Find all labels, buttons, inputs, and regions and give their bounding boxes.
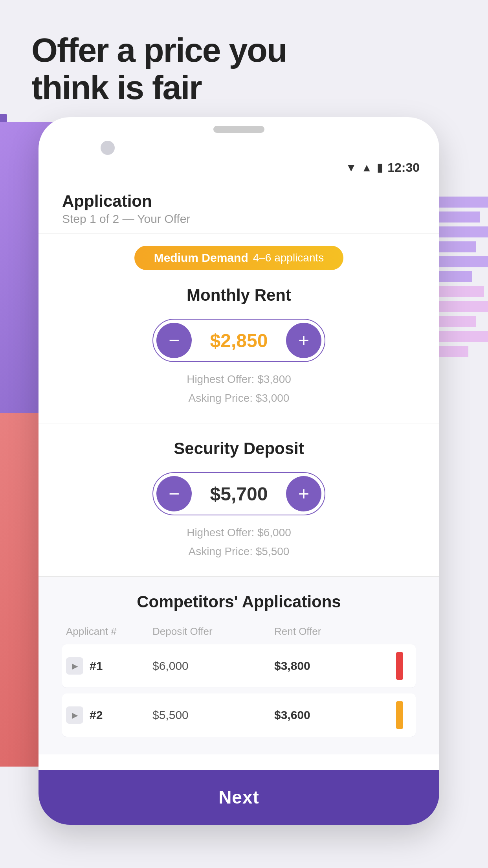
comp-applicant-1: ▶ #1: [66, 657, 152, 675]
security-deposit-title: Security Deposit: [62, 439, 416, 458]
battery-icon: ▮: [377, 161, 383, 174]
security-deposit-section: Security Deposit − $5,700 + Highest Offe…: [39, 423, 439, 577]
competitors-section: Competitors' Applications Applicant # De…: [39, 577, 439, 754]
competitors-title: Competitors' Applications: [62, 592, 416, 611]
comp-applicant-2: ▶ #2: [66, 706, 152, 724]
monthly-rent-section: Monthly Rent − $2,850 + Highest Offer: $…: [39, 270, 439, 423]
rent-info: Highest Offer: $3,800 Asking Price: $3,0…: [62, 370, 416, 407]
monthly-rent-title: Monthly Rent: [62, 286, 416, 305]
comp-bar-1: [396, 652, 403, 680]
rent-highest-offer: Highest Offer: $3,800: [62, 370, 416, 389]
demand-badge: Medium Demand 4–6 applicants: [134, 246, 344, 270]
deposit-asking-price: Asking Price: $5,500: [62, 542, 416, 561]
competitors-table-header: Applicant # Deposit Offer Rent Offer: [62, 625, 416, 644]
monthly-rent-stepper: − $2,850 +: [62, 319, 416, 362]
expand-icon-2[interactable]: ▶: [66, 706, 83, 724]
phone-mockup: ▼ ▲ ▮ 12:30 Application Step 1 of 2 — Yo…: [39, 117, 439, 825]
signal-icon: ▲: [361, 162, 372, 174]
col-deposit: Deposit Offer: [152, 625, 274, 638]
rent-plus-button[interactable]: +: [286, 323, 321, 358]
bg-stripes-right-top: [437, 197, 488, 361]
col-bar: [396, 625, 412, 638]
status-bar: ▼ ▲ ▮ 12:30: [346, 160, 420, 175]
deposit-value: $5,700: [192, 483, 286, 505]
comp-deposit-1: $6,000: [152, 659, 274, 673]
comp-bar-2: [396, 701, 403, 729]
expand-icon-1[interactable]: ▶: [66, 657, 83, 675]
clock: 12:30: [387, 160, 420, 175]
deposit-highest-offer: Highest Offer: $6,000: [62, 523, 416, 542]
app-header: Application Step 1 of 2 — Your Offer: [39, 180, 439, 234]
applicant-num-2: #2: [90, 708, 103, 722]
rent-value: $2,850: [192, 330, 286, 351]
deposit-info: Highest Offer: $6,000 Asking Price: $5,5…: [62, 523, 416, 561]
comp-deposit-2: $5,500: [152, 708, 274, 722]
wifi-icon: ▼: [346, 162, 357, 174]
page-title: Offer a price you think is fair: [31, 31, 286, 106]
demand-label: Medium Demand: [154, 251, 248, 265]
col-rent: Rent Offer: [274, 625, 396, 638]
stepper-container-deposit: − $5,700 +: [152, 472, 325, 515]
demand-sub: 4–6 applicants: [253, 252, 324, 264]
table-row: ▶ #2 $5,500 $3,600: [62, 693, 416, 737]
phone-speaker: [213, 126, 264, 133]
rent-asking-price: Asking Price: $3,000: [62, 389, 416, 408]
rent-minus-button[interactable]: −: [156, 323, 192, 358]
deposit-minus-button[interactable]: −: [156, 476, 192, 511]
stepper-container-rent: − $2,850 +: [152, 319, 325, 362]
page-title-block: Offer a price you think is fair: [31, 31, 286, 106]
col-applicant: Applicant #: [66, 625, 152, 638]
phone-camera: [101, 141, 115, 155]
app-content: Application Step 1 of 2 — Your Offer Med…: [39, 180, 439, 825]
deposit-plus-button[interactable]: +: [286, 476, 321, 511]
next-button[interactable]: Next: [39, 770, 439, 825]
header-title: Application: [62, 192, 416, 211]
comp-rent-2: $3,600: [274, 708, 396, 722]
applicant-num-1: #1: [90, 659, 103, 673]
table-row: ▶ #1 $6,000 $3,800: [62, 644, 416, 688]
security-deposit-stepper: − $5,700 +: [62, 472, 416, 515]
demand-badge-wrap: Medium Demand 4–6 applicants: [39, 246, 439, 270]
comp-rent-1: $3,800: [274, 659, 396, 673]
header-subtitle: Step 1 of 2 — Your Offer: [62, 212, 416, 226]
